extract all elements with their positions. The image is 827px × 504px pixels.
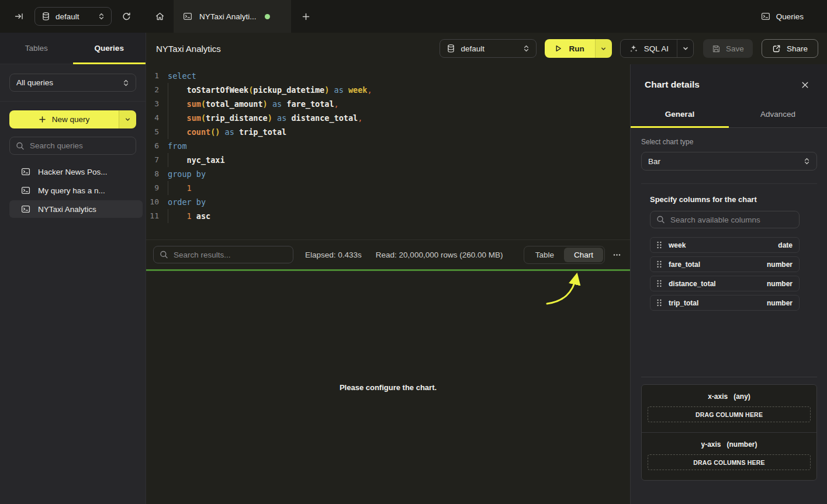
code-line-content: 1 asc [168, 209, 210, 223]
workspace: NYTaxi Analytics default Run [146, 33, 827, 504]
chart-placeholder-message: Please configure the chart. [340, 383, 437, 392]
chart-details-panel: Chart details GeneralAdvanced Select cha… [630, 64, 827, 504]
line-number: 1 [146, 69, 159, 83]
drag-handle-icon[interactable] [656, 299, 662, 307]
query-list-item[interactable]: My query has a n... [9, 182, 143, 199]
code-line[interactable]: 1select [146, 69, 630, 83]
new-query-button[interactable]: New query [9, 110, 136, 128]
line-number: 3 [146, 97, 159, 111]
indent-guide [168, 111, 168, 125]
column-item[interactable]: trip_totalnumber [650, 295, 800, 311]
code-line-content: nyc_taxi [168, 153, 225, 167]
columns-search-input[interactable] [650, 211, 800, 228]
axis-drop-target[interactable]: DRAG COLUMN HERE [648, 406, 811, 422]
chart-panel-tabs: GeneralAdvanced [631, 100, 827, 128]
select-caret-icon [122, 78, 130, 88]
code-line[interactable]: 6from [146, 139, 630, 153]
axis-drop-target[interactable]: DRAG COLUMNS HERE [648, 454, 811, 470]
results-search-input[interactable] [153, 246, 293, 263]
code-line[interactable]: 10order by [146, 195, 630, 209]
refresh-icon[interactable] [122, 12, 132, 22]
chart-type-select[interactable]: Bar [641, 152, 817, 171]
code-line[interactable]: 5 count() as trip_total [146, 125, 630, 139]
sidebar-tab-queries[interactable]: Queries [73, 33, 146, 64]
column-item[interactable]: fare_totalnumber [650, 256, 800, 272]
query-search-input[interactable] [9, 137, 136, 155]
query-filter-value: All queries [16, 78, 117, 87]
line-number: 4 [146, 111, 159, 125]
home-icon[interactable] [146, 0, 174, 33]
column-name: distance_total [669, 280, 716, 288]
code-line-content: order by [168, 195, 206, 209]
code-editor[interactable]: 1select2 toStartOfWeek(pickup_datetime) … [146, 64, 630, 239]
code-line[interactable]: 11 1 asc [146, 209, 630, 223]
chevron-down-icon [124, 116, 131, 123]
sidebar-tab-tables[interactable]: Tables [0, 33, 73, 64]
column-item[interactable]: weekdate [650, 237, 800, 253]
indent-guide [168, 181, 168, 195]
toolbar-controls: default Run [440, 39, 818, 58]
search-icon [16, 141, 25, 150]
sidebar-body: All queries New query [0, 64, 146, 227]
search-icon [656, 215, 665, 224]
axis-header: y-axis(number) [648, 440, 811, 449]
query-terminal-icon [21, 204, 30, 214]
drag-handle-icon[interactable] [656, 280, 662, 287]
code-line-content: from [168, 139, 187, 153]
axis-qualifier: (number) [727, 440, 757, 449]
collapse-sidebar-icon[interactable] [14, 12, 24, 21]
code-line[interactable]: 9 1 [146, 181, 630, 195]
chart-panel-title: Chart details [645, 79, 700, 90]
more-options-icon[interactable] [613, 251, 621, 259]
code-line[interactable]: 3 sum(total_amount) as fare_total, [146, 97, 630, 111]
line-number: 8 [146, 167, 159, 181]
plus-icon [39, 116, 46, 123]
chart-area: Please configure the chart. [146, 271, 630, 504]
code-line[interactable]: 8group by [146, 167, 630, 181]
query-list: Hacker News Pos... My query has a n... N… [9, 163, 143, 218]
drag-handle-icon[interactable] [656, 260, 662, 268]
topbar-database-selector[interactable]: default [34, 7, 112, 26]
sql-ai-dropdown[interactable] [677, 40, 693, 57]
drag-handle-icon[interactable] [656, 241, 662, 249]
axis-name: x-axis [708, 392, 728, 401]
column-item[interactable]: distance_totalnumber [650, 276, 800, 291]
run-button[interactable]: Run [545, 39, 611, 58]
column-type: number [767, 260, 793, 269]
toolbar-database-selector[interactable]: default [440, 39, 537, 58]
chart-panel-header: Chart details GeneralAdvanced [631, 64, 827, 128]
sql-ai-label: SQL AI [644, 44, 669, 53]
queries-button-label: Queries [776, 12, 804, 21]
share-button[interactable]: Share [762, 39, 818, 58]
new-query-dropdown[interactable] [119, 110, 136, 128]
main-area: 1select2 toStartOfWeek(pickup_datetime) … [146, 64, 630, 504]
code-line[interactable]: 7 nyc_taxi [146, 153, 630, 167]
axis-section: y-axis(number)DRAG COLUMNS HERE [642, 432, 816, 480]
tab-advanced[interactable]: Advanced [729, 100, 827, 127]
view-toggle-table[interactable]: Table [525, 248, 564, 262]
queries-button[interactable]: Queries [761, 12, 804, 21]
elapsed-time: Elapsed: 0.433s [305, 251, 362, 259]
query-filter-select[interactable]: All queries [9, 74, 136, 92]
close-icon[interactable] [801, 81, 809, 89]
indent-guide [168, 125, 168, 139]
run-dropdown[interactable] [595, 39, 612, 58]
play-icon [554, 44, 562, 53]
indent-guide [168, 153, 168, 167]
share-icon [772, 44, 781, 53]
tab-nytaxi-analytics[interactable]: NYTaxi Analyti... [174, 0, 291, 33]
sql-ai-button[interactable]: SQL AI [620, 39, 694, 58]
code-line[interactable]: 2 toStartOfWeek(pickup_datetime) as week… [146, 83, 630, 97]
run-label: Run [569, 44, 584, 53]
query-title: NYTaxi Analytics [156, 44, 221, 54]
query-list-item[interactable]: NYTaxi Analytics [9, 200, 143, 218]
code-line[interactable]: 4 sum(trip_distance) as distance_total, [146, 111, 630, 125]
column-name: week [669, 241, 686, 249]
tab-general[interactable]: General [631, 100, 729, 127]
query-list-item[interactable]: Hacker News Pos... [9, 163, 143, 180]
sidebar-tabs: TablesQueries [0, 33, 146, 64]
new-tab-icon[interactable] [292, 0, 319, 33]
view-toggle-chart[interactable]: Chart [564, 248, 603, 262]
save-button[interactable]: Save [703, 39, 753, 58]
code-line-content: sum(total_amount) as fare_total, [168, 97, 339, 111]
